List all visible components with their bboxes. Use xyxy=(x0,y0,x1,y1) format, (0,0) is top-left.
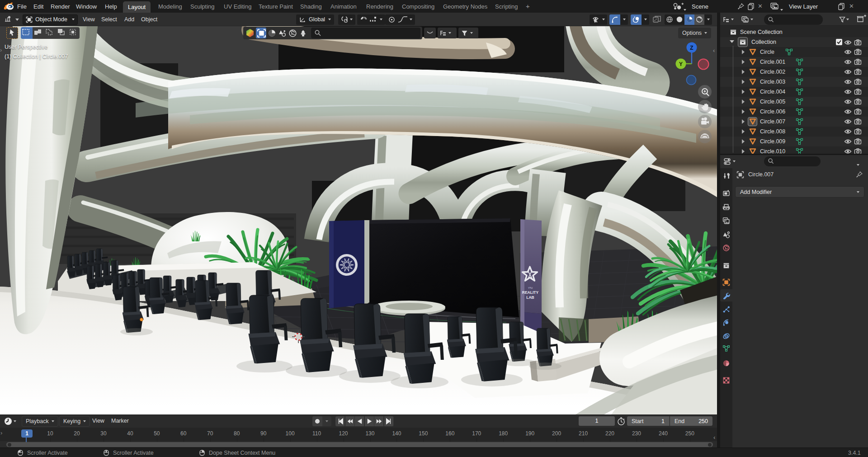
svg-text:REALITY: REALITY xyxy=(522,290,539,295)
svg-text:YTU: YTU xyxy=(528,287,533,289)
svg-text:LAB: LAB xyxy=(526,295,534,300)
svg-text:Y: Y xyxy=(679,61,683,67)
svg-text:Z: Z xyxy=(690,45,693,51)
